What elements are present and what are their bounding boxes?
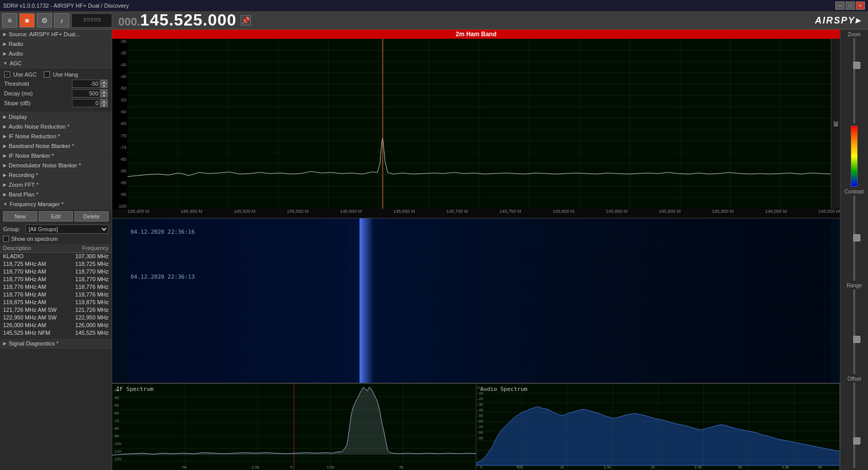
pin-button[interactable]: 📌	[241, 15, 251, 26]
demod-blanker-label: Demodulator Noise Blanker *	[9, 162, 81, 168]
sidebar-item-recording[interactable]: ▶ Recording *	[0, 170, 112, 180]
fm-edit-button[interactable]: Edit	[39, 211, 73, 221]
maximize-button[interactable]: □	[846, 2, 855, 10]
list-item[interactable]: 122,950 MHz AM SW122,950 MHz	[0, 314, 112, 321]
use-hang-label: Use Hang	[53, 71, 78, 78]
svg-text:-70: -70	[477, 425, 483, 429]
fm-group-select[interactable]: [All Groups]	[25, 225, 109, 234]
waterfall-panel: 04.12.2020 22:36:16 04.12.2020 22:36:13	[112, 218, 840, 383]
decay-input[interactable]	[72, 89, 100, 97]
sidebar-item-display[interactable]: ▶ Display	[0, 112, 112, 122]
fm-new-button[interactable]: New	[3, 211, 37, 221]
list-item[interactable]: 118,776 MHz AM118,776 MHz	[0, 291, 112, 299]
range-label: Range	[847, 283, 861, 288]
slope-spinner[interactable]: ▲ ▼	[100, 99, 108, 107]
zoom-slider[interactable]	[850, 38, 859, 123]
close-button[interactable]: ✕	[856, 2, 865, 10]
range-slider[interactable]	[850, 289, 859, 375]
db-axis-label: -80	[112, 157, 127, 162]
expand-arrow-audio: ▶	[3, 51, 7, 56]
fm-button-row: New Edit Delete	[0, 209, 112, 224]
list-item[interactable]: 121,726 MHz AM SW121,726 MHz	[0, 306, 112, 314]
radio-label: Radio	[9, 41, 23, 47]
sidebar-item-band-plan[interactable]: ▶ Band Plan *	[0, 190, 112, 200]
svg-text:-5k: -5k	[181, 465, 187, 469]
list-item[interactable]: 126,000 MHz AM126,000 MHz	[0, 321, 112, 329]
freq-axis-label: 145,400 M	[127, 209, 149, 217]
list-item[interactable]: 118,725 MHz AM118,725 MHz	[0, 260, 112, 268]
sidebar-item-demod-blanker[interactable]: ▶ Demodulator Noise Blanker *	[0, 161, 112, 170]
freq-axis-label: 145,950 M	[712, 209, 734, 217]
stop-button[interactable]: ■	[19, 13, 35, 28]
sidebar-item-source[interactable]: ▶ Source: AIRSPY HF+ Dual...	[0, 30, 112, 39]
expand-arrow-agc: ▼	[3, 61, 8, 66]
db-axis-label: -55	[112, 97, 127, 103]
offset-slider[interactable]	[850, 383, 859, 468]
zoom-value: 38	[833, 121, 838, 127]
threshold-spinner[interactable]: ▲ ▼	[100, 80, 108, 88]
list-item[interactable]: 118,770 MHz AM118,770 MHz	[0, 268, 112, 276]
fm-group-label: Group:	[3, 226, 23, 232]
minimize-button[interactable]: ─	[835, 2, 845, 10]
sidebar-item-agc[interactable]: ▼ AGC	[0, 59, 112, 68]
title-text: SDR# v1.0.0.1732 - AIRSPY HF+ Dual / Dis…	[3, 3, 129, 9]
sidebar: ▶ Source: AIRSPY HF+ Dual... ▶ Radio ▶ A…	[0, 30, 112, 470]
settings-button[interactable]: ⚙	[37, 13, 52, 28]
freq-axis-label: 145,450 M	[181, 209, 202, 217]
svg-text:1k: 1k	[559, 465, 564, 469]
freq-axis-label: 145,900 M	[659, 209, 681, 217]
list-item[interactable]: 118,776 MHz AM118,776 MHz	[0, 283, 112, 291]
show-spectrum-checkbox[interactable]	[3, 236, 9, 242]
audio-button[interactable]: ♪	[54, 13, 69, 28]
sidebar-item-audio[interactable]: ▶ Audio	[0, 49, 112, 59]
show-spectrum-row: Show on spectrum	[0, 235, 112, 244]
threshold-up[interactable]: ▲	[100, 80, 108, 84]
use-agc-checkbox[interactable]: ✓	[4, 71, 10, 78]
offset-label: Offset	[848, 376, 861, 382]
svg-text:-120: -120	[113, 457, 122, 461]
fm-delete-button[interactable]: Delete	[74, 211, 109, 221]
use-hang-checkbox[interactable]	[44, 71, 50, 78]
decay-up[interactable]: ▲	[100, 89, 108, 93]
expand-arrow-radio: ▶	[3, 41, 7, 46]
display-label: Display	[9, 114, 27, 120]
svg-text:-30: -30	[477, 402, 483, 407]
frequency-display[interactable]: 000. 145.525.000	[118, 11, 237, 30]
sidebar-item-if-noise[interactable]: ▶ IF Noise Reduction *	[0, 132, 112, 141]
slope-down[interactable]: ▼	[100, 103, 108, 107]
signal-diag-label: Signal Diagnostics *	[9, 340, 59, 347]
zoom-slider-group: Zoom	[848, 32, 861, 123]
agc-label: AGC	[10, 60, 22, 66]
svg-text:-80: -80	[477, 430, 483, 435]
sidebar-item-radio[interactable]: ▶ Radio	[0, 39, 112, 49]
threshold-down[interactable]: ▼	[100, 84, 108, 88]
fm-group-row: Group: [All Groups]	[0, 224, 112, 235]
svg-text:-60: -60	[113, 411, 119, 415]
sidebar-item-freq-manager[interactable]: ▼ Frequency Manager *	[0, 200, 112, 209]
sidebar-item-zoom-fft[interactable]: ▶ Zoom FFT *	[0, 180, 112, 190]
if-spectrum-chart: -30 -40 -50 -60 -70 -80 -90 -100 -110 -1…	[112, 384, 476, 470]
db-axis-label: -35	[112, 51, 127, 56]
slope-input[interactable]	[72, 99, 100, 107]
sidebar-item-signal-diag[interactable]: ▶ Signal Diagnostics *	[0, 339, 112, 349]
sidebar-item-baseband[interactable]: ▶ Baseband Noise Blanker *	[0, 141, 112, 151]
slope-label: Slope (dB)	[4, 100, 40, 106]
contrast-slider[interactable]	[850, 195, 859, 281]
sidebar-item-audio-noise[interactable]: ▶ Audio Noise Reduction *	[0, 122, 112, 132]
slope-up[interactable]: ▲	[100, 99, 108, 103]
sidebar-item-if-blanker[interactable]: ▶ IF Noise Blanker *	[0, 151, 112, 161]
list-item[interactable]: 145,525 MHz NFM145,525 MHz	[0, 329, 112, 337]
list-item[interactable]: 118,770 MHz AM118,770 MHz	[0, 276, 112, 283]
agc-section: ✓ Use AGC Use Hang Threshold ▲ ▼	[0, 68, 112, 112]
decay-down[interactable]: ▼	[100, 93, 108, 97]
expand-arrow-if-blanker: ▶	[3, 153, 7, 158]
svg-text:-70: -70	[113, 418, 119, 423]
list-item[interactable]: 119,875 MHz AM119,875 MHz	[0, 299, 112, 306]
decay-spinner[interactable]: ▲ ▼	[100, 89, 108, 97]
list-item[interactable]: KLADIO107,300 MHz	[0, 253, 112, 260]
menu-button[interactable]: ≡	[2, 13, 17, 28]
svg-text:-40: -40	[113, 395, 119, 400]
threshold-input[interactable]	[72, 80, 100, 88]
fm-header-freq: Frequency	[66, 245, 109, 251]
main-area: ▶ Source: AIRSPY HF+ Dual... ▶ Radio ▶ A…	[0, 30, 868, 470]
